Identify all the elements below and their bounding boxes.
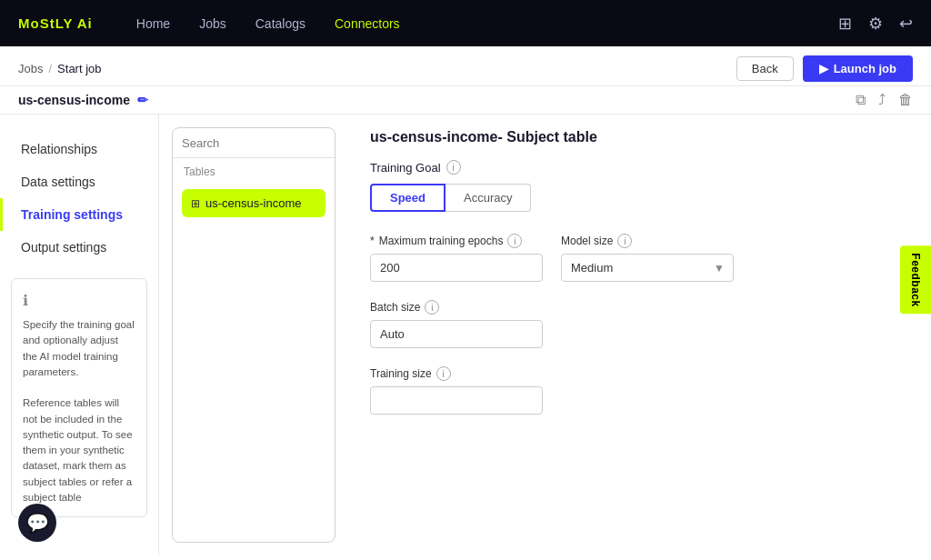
dataset-action-icons: ⧉ ⤴ 🗑	[856, 92, 913, 108]
batch-size-label: Batch size i	[370, 300, 543, 315]
launch-icon: ▶	[819, 62, 828, 75]
fields-row-top: * Maximum training epochs i Model size i…	[370, 234, 909, 348]
dataset-name-text: us-census-income	[18, 93, 130, 107]
dataset-bar: us-census-income ✏ ⧉ ⤴ 🗑	[0, 86, 931, 114]
feedback-tab[interactable]: Feedback	[900, 245, 931, 314]
nav-jobs[interactable]: Jobs	[199, 16, 226, 31]
max-epochs-info-icon[interactable]: i	[507, 234, 522, 248]
subject-table-title: us-census-income- Subject table	[370, 129, 909, 145]
share-icon[interactable]: ⤴	[878, 92, 886, 108]
model-size-select[interactable]: Small Medium Large	[561, 254, 734, 282]
breadcrumb-jobs-link[interactable]: Jobs	[18, 62, 43, 75]
topnav-icon-group: ⊞ ⚙ ↩	[838, 14, 913, 34]
content-area: us-census-income- Subject table Training…	[348, 115, 931, 555]
training-goal-section: Training Goal i	[370, 160, 909, 175]
model-size-info-icon[interactable]: i	[617, 234, 632, 248]
nav-catalogs[interactable]: Catalogs	[255, 16, 305, 31]
breadcrumb: Jobs / Start job	[18, 62, 102, 75]
tables-panel: 🔍 Tables ⊞ us-census-income	[172, 127, 335, 543]
training-goal-info-icon[interactable]: i	[446, 160, 461, 175]
goal-accuracy-button[interactable]: Accuracy	[445, 184, 531, 212]
batch-size-input[interactable]	[370, 320, 543, 348]
model-size-field: Model size i Small Medium Large ▼	[561, 234, 734, 282]
search-bar: 🔍	[173, 128, 335, 158]
sidebar-info-box: ℹ Specify the training goal and optional…	[11, 278, 147, 517]
sidebar-info-text-1: Specify the training goal and optionally…	[23, 317, 135, 380]
table-icon: ⊞	[191, 197, 200, 210]
fields-row-bottom: Training size i	[370, 366, 909, 415]
sidebar-info-text-2: Reference tables will not be included in…	[23, 395, 135, 505]
top-navigation: MoStLY Ai Home Jobs Catalogs Connectors …	[0, 0, 931, 46]
batch-size-field: Batch size i	[370, 300, 543, 348]
edit-dataset-name-icon[interactable]: ✏	[137, 93, 148, 107]
model-size-label: Model size i	[561, 234, 734, 248]
nav-connectors[interactable]: Connectors	[335, 16, 400, 31]
logout-icon[interactable]: ↩	[899, 14, 913, 34]
sidebar-item-relationships[interactable]: Relationships	[0, 133, 158, 165]
sidebar: Relationships Data settings Training set…	[0, 115, 159, 555]
tables-label: Tables	[173, 158, 335, 185]
chat-icon: 💬	[26, 512, 49, 534]
back-button[interactable]: Back	[736, 56, 794, 81]
delete-icon[interactable]: 🗑	[898, 92, 913, 108]
max-epochs-field: * Maximum training epochs i	[370, 234, 543, 282]
main-layout: Relationships Data settings Training set…	[0, 115, 931, 555]
chat-button[interactable]: 💬	[18, 504, 56, 542]
copy-icon[interactable]: ⧉	[856, 92, 866, 108]
breadcrumb-actions: Back ▶ Launch job	[736, 55, 913, 82]
breadcrumb-bar: Jobs / Start job Back ▶ Launch job	[0, 46, 931, 86]
sidebar-item-training-settings[interactable]: Training settings	[0, 198, 158, 231]
nav-home[interactable]: Home	[136, 16, 170, 31]
training-size-label: Training size i	[370, 366, 543, 381]
max-epochs-input[interactable]	[370, 254, 543, 282]
training-size-info-icon[interactable]: i	[436, 366, 451, 381]
training-size-field: Training size i	[370, 366, 543, 415]
launch-label: Launch job	[834, 62, 896, 75]
info-icon: ℹ	[23, 290, 135, 312]
training-goal-label: Training Goal	[370, 161, 441, 175]
sidebar-item-output-settings[interactable]: Output settings	[0, 231, 158, 264]
search-icon: 🔍	[335, 135, 335, 150]
app-logo: MoStLY Ai	[18, 15, 93, 31]
training-size-input[interactable]	[370, 386, 543, 415]
model-size-select-wrap: Small Medium Large ▼	[561, 254, 734, 282]
gear-icon[interactable]: ⚙	[868, 14, 883, 34]
goal-speed-button[interactable]: Speed	[370, 184, 445, 212]
search-input[interactable]	[182, 136, 335, 150]
training-goal-toggle-group: Speed Accuracy	[370, 184, 909, 212]
max-epochs-label: * Maximum training epochs i	[370, 234, 543, 248]
breadcrumb-current: Start job	[57, 62, 101, 75]
sidebar-item-data-settings[interactable]: Data settings	[0, 165, 158, 198]
table-item-name: us-census-income	[205, 196, 302, 210]
table-item-us-census-income[interactable]: ⊞ us-census-income	[182, 189, 325, 217]
dataset-name-group: us-census-income ✏	[18, 93, 148, 107]
breadcrumb-separator: /	[48, 62, 52, 75]
launch-job-button[interactable]: ▶ Launch job	[803, 55, 913, 82]
grid-icon[interactable]: ⊞	[838, 14, 852, 34]
batch-size-info-icon[interactable]: i	[425, 300, 439, 315]
